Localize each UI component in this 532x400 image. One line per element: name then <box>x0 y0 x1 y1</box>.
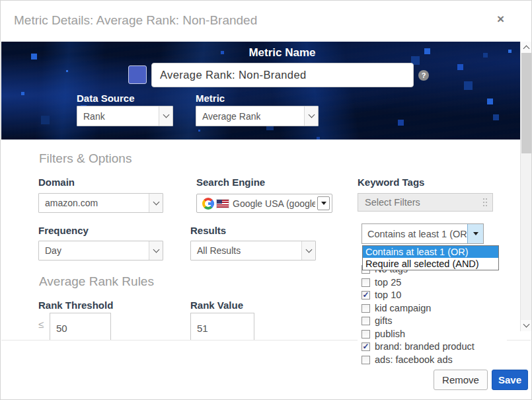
metric-color-swatch[interactable] <box>128 65 147 84</box>
close-icon[interactable]: × <box>497 13 504 25</box>
checkbox-icon[interactable] <box>361 356 370 364</box>
keyword-tag-list: No tags top 25 ✓ top 10 kid campaign gif… <box>358 261 507 366</box>
tag-match-select[interactable]: Contains at least 1 (OR <box>361 223 484 244</box>
tag-row[interactable]: ✓ brand: branded product <box>361 341 475 352</box>
metric-name-heading: Metric Name <box>151 46 413 60</box>
help-icon[interactable]: ? <box>418 70 429 81</box>
domain-select[interactable]: amazon.com <box>38 193 163 213</box>
banner-pixel-decor-icon <box>31 54 37 60</box>
tag-label: gifts <box>375 315 393 326</box>
checkbox-icon[interactable] <box>361 317 370 325</box>
checkbox-icon[interactable] <box>361 304 370 313</box>
vertical-scrollbar[interactable] <box>520 42 532 331</box>
frequency-select[interactable]: Day <box>38 241 163 260</box>
checkbox-icon[interactable]: ✓ <box>361 342 370 351</box>
tag-match-value: Contains at least 1 (OR <box>362 229 467 239</box>
scroll-down-icon[interactable] <box>521 320 532 331</box>
chevron-down-icon <box>149 194 163 212</box>
keyword-tags-label: Keyword Tags <box>358 177 424 188</box>
dropdown-arrow-icon[interactable] <box>317 196 330 210</box>
tag-label: kid campaign <box>375 303 431 313</box>
tag-label: ads: facebook ads <box>375 354 453 365</box>
banner-background: Metric Name ? Data Source Rank Metric Av… <box>1 42 520 140</box>
banner-pixel-decor-icon <box>464 81 473 90</box>
tag-row[interactable]: ads: facebook ads <box>361 354 453 365</box>
data-source-value: Rank <box>77 111 105 122</box>
tag-match-option-list: Contains at least 1 (OR) Require all sel… <box>362 245 499 270</box>
tag-match-option-or[interactable]: Contains at least 1 (OR) <box>363 246 498 258</box>
tag-row[interactable]: ✓ top 10 <box>361 290 401 300</box>
us-flag-icon <box>217 200 229 208</box>
grip-icon <box>483 198 484 200</box>
average-rank-rules-heading: Average Rank Rules <box>39 274 154 289</box>
rank-value-input[interactable] <box>190 313 254 340</box>
results-label: Results <box>190 225 226 236</box>
domain-value: amazon.com <box>39 198 98 208</box>
search-engine-label: Search Engine <box>196 177 265 188</box>
remove-button[interactable]: Remove <box>434 370 488 390</box>
chevron-down-icon <box>149 241 163 260</box>
metric-details-modal: Metric Details: Average Rank: Non-Brande… <box>0 0 532 400</box>
metric-select[interactable]: Average Rank <box>196 106 319 126</box>
scrollbar-thumb[interactable] <box>521 53 531 153</box>
tag-row[interactable]: gifts <box>361 315 393 326</box>
search-engine-value: Google USA (google.com <box>233 198 315 209</box>
frequency-label: Frequency <box>38 225 89 236</box>
keyword-tags-filter-input[interactable]: Select Filters <box>358 193 493 212</box>
tag-label: top 10 <box>375 290 401 300</box>
tag-label: top 25 <box>375 277 401 288</box>
google-logo-icon <box>202 198 214 210</box>
checkbox-icon[interactable] <box>361 278 370 287</box>
chevron-down-icon <box>159 106 172 126</box>
metric-value: Average Rank <box>196 111 260 122</box>
tag-label: brand: branded product <box>375 341 475 352</box>
search-engine-select[interactable]: Google USA (google.com <box>196 194 332 213</box>
results-select[interactable]: All Results <box>190 241 316 260</box>
scroll-up-icon[interactable] <box>521 42 532 53</box>
tag-row[interactable]: publish <box>361 329 405 339</box>
data-source-label: Data Source <box>77 93 135 104</box>
tag-label: publish <box>375 329 405 339</box>
save-button[interactable]: Save <box>492 370 528 390</box>
tag-match-option-and[interactable]: Require all selected (AND) <box>363 258 498 270</box>
keyword-tags-placeholder: Select Filters <box>358 197 483 208</box>
data-source-select[interactable]: Rank <box>77 106 173 126</box>
rank-threshold-input[interactable] <box>50 313 111 340</box>
dropdown-arrow-icon[interactable] <box>467 224 483 243</box>
modal-title: Metric Details: Average Rank: Non-Brande… <box>14 13 257 28</box>
checkbox-icon[interactable]: ✓ <box>361 291 370 300</box>
metric-label: Metric <box>196 93 225 104</box>
frequency-value: Day <box>39 245 61 256</box>
less-equal-icon: ≤ <box>38 319 44 330</box>
chevron-down-icon <box>304 106 318 126</box>
metric-name-input[interactable] <box>151 63 414 87</box>
filters-options-heading: Filters & Options <box>39 151 132 166</box>
tag-row[interactable]: top 25 <box>361 277 401 288</box>
checkbox-icon[interactable] <box>361 330 370 339</box>
rank-value-label: Rank Value <box>190 300 243 311</box>
rank-threshold-label: Rank Threshold <box>38 300 113 311</box>
chevron-down-icon <box>301 241 315 260</box>
tag-row[interactable]: kid campaign <box>361 303 431 313</box>
domain-label: Domain <box>38 177 75 188</box>
results-value: All Results <box>191 245 241 256</box>
rank-rules-row: Rank Threshold ≤ Rank Value <box>1 295 358 340</box>
